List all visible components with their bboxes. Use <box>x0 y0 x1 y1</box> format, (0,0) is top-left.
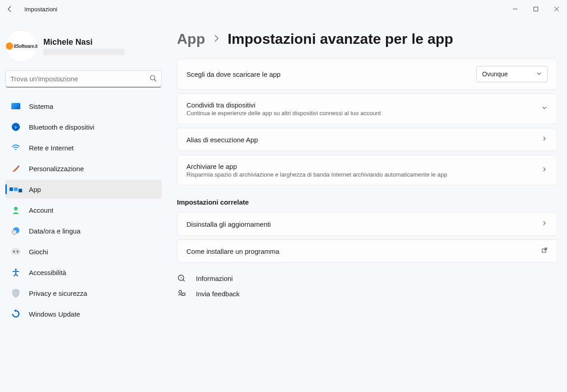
shield-icon <box>11 288 21 298</box>
nav-item-dataora[interactable]: Data/ora e lingua <box>5 221 162 240</box>
chevron-right-icon <box>213 33 219 45</box>
related-settings-header: Impostazioni correlate <box>177 198 557 206</box>
feedback-icon <box>177 289 186 298</box>
gamepad-icon <box>11 247 21 257</box>
help-icon: ? <box>177 274 186 283</box>
back-button[interactable] <box>4 3 16 15</box>
card-app-alias[interactable]: Alias di esecuzione App <box>177 128 557 151</box>
avatar-logo-text: ilSoftware.it <box>14 44 38 49</box>
nav-label: Giochi <box>29 248 48 256</box>
breadcrumb: App Impostazioni avanzate per le app <box>177 31 557 47</box>
bluetooth-icon: ᚛ <box>11 122 21 132</box>
card-title: Disinstalla gli aggiornamenti <box>186 220 271 228</box>
card-share-devices[interactable]: Condividi tra dispositivi Continua le es… <box>177 93 557 124</box>
nav-item-sistema[interactable]: Sistema <box>5 97 162 116</box>
nav-item-personalizzazione[interactable]: Personalizzazione <box>5 159 162 178</box>
nav-item-update[interactable]: Windows Update <box>5 304 162 323</box>
svg-point-3 <box>14 207 18 210</box>
window-controls <box>505 2 567 16</box>
svg-rect-0 <box>534 7 538 11</box>
footer-links: ? Informazioni Invia feedback <box>177 274 557 298</box>
nav-item-rete[interactable]: Rete e Internet <box>5 138 162 157</box>
profile-email-redacted <box>43 49 125 55</box>
nav-item-giochi[interactable]: Giochi <box>5 242 162 261</box>
nav: Sistema ᚛ Bluetooth e dispositivi Rete e… <box>5 97 162 323</box>
nav-label: Data/ora e lingua <box>29 227 80 235</box>
card-title: Condividi tra dispositivi <box>186 101 381 109</box>
card-subtitle: Continua le esperienze delle app su altr… <box>186 110 381 117</box>
card-subtitle: Risparmia spazio di archiviazione e larg… <box>186 171 447 178</box>
nav-label: Accessibilità <box>29 269 66 276</box>
avatar: ilSoftware.it <box>5 30 38 62</box>
sidebar: ilSoftware.it Michele Nasi Sistema ᚛ Blu… <box>0 18 167 392</box>
chevron-down-icon <box>536 70 542 78</box>
svg-text:?: ? <box>180 276 182 280</box>
maximize-button[interactable] <box>525 2 546 16</box>
nav-label: Personalizzazione <box>29 165 84 173</box>
chevron-right-icon <box>541 220 548 228</box>
card-archive-apps[interactable]: Archiviare le app Risparmia spazio di ar… <box>177 155 557 186</box>
window-title: Impostazioni <box>24 6 57 13</box>
titlebar: Impostazioni <box>0 0 567 18</box>
nav-item-accessibilita[interactable]: Accessibilità <box>5 263 162 282</box>
svg-rect-11 <box>182 293 185 295</box>
nav-item-app[interactable]: App <box>5 180 162 199</box>
nav-label: Bluetooth e dispositivi <box>29 123 94 131</box>
search-input[interactable] <box>10 75 149 83</box>
card-uninstall-updates[interactable]: Disinstalla gli aggiornamenti <box>177 212 557 236</box>
svg-point-1 <box>150 75 155 80</box>
wifi-icon <box>11 143 21 153</box>
link-label: Invia feedback <box>196 290 240 298</box>
nav-label: Account <box>29 206 53 214</box>
link-label: Informazioni <box>196 275 233 282</box>
nav-label: Windows Update <box>29 310 80 318</box>
svg-point-10 <box>179 290 181 293</box>
profile-name: Michele Nasi <box>43 37 125 47</box>
card-title: Alias di esecuzione App <box>186 136 258 144</box>
profile-block[interactable]: ilSoftware.it Michele Nasi <box>5 27 162 70</box>
nav-label: App <box>29 186 41 193</box>
nav-label: Privacy e sicurezza <box>29 289 87 297</box>
brush-icon <box>11 163 21 173</box>
main-content: App Impostazioni avanzate per le app Sce… <box>167 18 567 392</box>
nav-label: Sistema <box>29 103 53 110</box>
search-input-wrap[interactable] <box>5 70 162 88</box>
feedback-link[interactable]: Invia feedback <box>177 289 557 298</box>
close-button[interactable] <box>546 2 567 16</box>
nav-item-account[interactable]: Account <box>5 201 162 219</box>
chevron-down-icon <box>541 105 548 113</box>
globe-clock-icon <box>11 226 21 236</box>
external-link-icon <box>541 247 548 255</box>
card-title: Archiviare le app <box>186 163 447 170</box>
card-download-source: Scegli da dove scaricare le app Ovunque <box>177 58 557 90</box>
svg-point-6 <box>15 269 17 271</box>
apps-icon <box>11 184 21 194</box>
nav-label: Rete e Internet <box>29 144 74 152</box>
accessibility-icon <box>11 267 21 277</box>
minimize-button[interactable] <box>505 2 525 16</box>
card-title: Come installare un programma <box>186 247 279 255</box>
person-icon <box>11 205 21 215</box>
search-icon <box>149 75 157 84</box>
download-source-dropdown[interactable]: Ovunque <box>476 66 548 82</box>
svg-point-2 <box>15 149 16 150</box>
chevron-right-icon <box>541 135 548 144</box>
dropdown-value: Ovunque <box>482 70 508 78</box>
nav-item-bluetooth[interactable]: ᚛ Bluetooth e dispositivi <box>5 117 162 136</box>
chevron-right-icon <box>541 166 548 174</box>
help-link[interactable]: ? Informazioni <box>177 274 557 283</box>
update-icon <box>11 309 21 319</box>
system-icon <box>11 101 21 111</box>
card-title: Scegli da dove scaricare le app <box>186 70 280 78</box>
nav-item-privacy[interactable]: Privacy e sicurezza <box>5 284 162 303</box>
card-how-to-install[interactable]: Come installare un programma <box>177 239 557 263</box>
page-title: Impostazioni avanzate per le app <box>228 31 453 47</box>
breadcrumb-root[interactable]: App <box>177 31 205 47</box>
